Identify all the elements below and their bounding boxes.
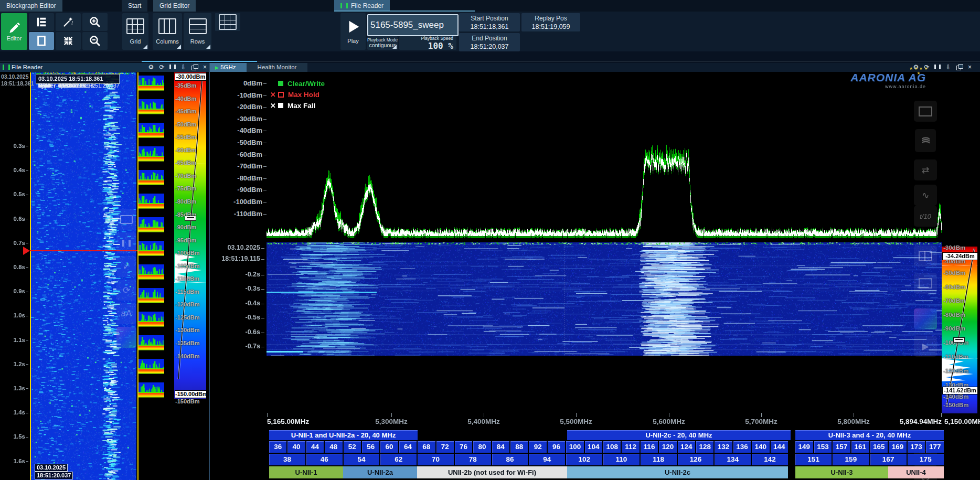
trace-label: Max Hold <box>288 91 319 99</box>
left-scale-slider[interactable] <box>185 216 196 221</box>
channel-cell: 132 <box>715 441 732 453</box>
band-color-row: U-NII-1U-NII-2aUNII-2b (not used for Wi-… <box>0 466 980 478</box>
spectrum-plot[interactable] <box>267 73 942 240</box>
zoom-out-button[interactable] <box>82 32 108 50</box>
scale-min-box[interactable]: -150.00dBm <box>175 390 207 398</box>
wizard-button[interactable] <box>56 13 81 31</box>
sync-icon[interactable]: ⟳ <box>157 63 167 72</box>
dbm-tick-label: -120dBm <box>943 368 969 374</box>
colormap-icon[interactable] <box>914 308 937 329</box>
freq-axis-label: 5,600MHz <box>653 418 685 425</box>
colormap-icon[interactable] <box>116 327 136 348</box>
dbm-tick-label: -105dBm <box>175 263 205 269</box>
channel-cell: 76 <box>455 441 472 453</box>
tooltip-timestamp: 03.10.2025 18:51:18.361 <box>38 76 117 82</box>
channel-cell: 52 <box>344 441 361 453</box>
band-group-header: U-NII-3 and 4 - 20, 40 MHz <box>795 430 944 440</box>
end-position-value: 18:51:20,037 <box>459 42 520 50</box>
channel-cell: 80 <box>473 441 491 453</box>
time-tick-label: -0.2s <box>210 271 264 278</box>
pause-icon[interactable] <box>116 232 136 253</box>
wifi-icon[interactable]: ))) <box>915 129 936 152</box>
legend-max-hold[interactable]: ✕ Max Hold <box>270 89 319 100</box>
swap-arrows-icon[interactable]: ⇄ <box>914 159 937 180</box>
channel-cell: 36 <box>269 441 286 453</box>
frame-icon[interactable] <box>914 273 937 294</box>
freq-tick <box>854 413 854 417</box>
filename-input[interactable] <box>367 14 459 36</box>
channel-cell: 72 <box>436 441 454 453</box>
playhead-triangle[interactable] <box>23 247 30 255</box>
time-tick-label: 0.4s <box>0 167 29 173</box>
freq-axis-label: 5,800MHz <box>837 418 870 425</box>
channel-cell: 88 <box>510 441 528 453</box>
right-scale-slider[interactable] <box>953 337 965 343</box>
time-tick-label: 1.5s <box>0 433 29 440</box>
time-tick-label: -0.6s <box>210 328 264 336</box>
scale-min-box[interactable]: -141.62dBm <box>942 387 978 394</box>
dbm-tick-label: -30dBm <box>943 244 965 251</box>
zoom-in-button[interactable] <box>82 13 108 31</box>
trace-remove-icon[interactable]: ✕ <box>270 91 278 99</box>
time-tick-label: -0.7s <box>210 343 264 350</box>
dbm-tick-label: -55dBm <box>175 134 205 140</box>
playback-mode-value: contiguous <box>369 42 396 48</box>
channel-cell: 78 <box>455 454 491 465</box>
legend-max-fall[interactable]: ✕ Max Fall <box>270 100 315 111</box>
channel-cell: 124 <box>678 441 695 453</box>
text-size-icon[interactable]: aA <box>116 303 136 324</box>
panels-icon[interactable] <box>914 246 937 266</box>
collapse-button[interactable] <box>56 32 81 50</box>
time-tick-label: 1.3s <box>0 385 29 391</box>
zoom-in-icon <box>89 16 101 28</box>
single-view-button[interactable] <box>29 32 54 50</box>
gear-icon[interactable]: ⚙ <box>146 63 156 72</box>
channel-cell: 144 <box>771 441 788 453</box>
channel-cell: 92 <box>529 441 546 453</box>
start-position-box: Start Position 18:51:18,361 <box>459 13 520 31</box>
open-file-icon[interactable] <box>116 209 136 230</box>
t10-icon[interactable]: t/10 <box>914 206 937 227</box>
end-position-box: End Position 18:51:20,037 <box>459 33 520 51</box>
trace-label: Clear/Write <box>287 80 325 88</box>
trace-color-swatch <box>278 92 284 98</box>
list-view-button[interactable] <box>29 13 54 31</box>
checklist-icon[interactable]: ✓ <box>116 256 136 277</box>
dbm-tick-label: -120dBm <box>175 301 205 307</box>
legend-clear-write[interactable]: Clear/Write <box>270 78 325 89</box>
channel-cell: 161 <box>851 441 869 453</box>
time-tick-label: 1.0s <box>0 312 29 318</box>
rotate-icon[interactable]: ⟳ <box>116 280 136 301</box>
replay-pos-label: Replay Pos <box>521 13 580 22</box>
channel-cell: 60 <box>380 441 398 453</box>
channel-cell: 169 <box>889 441 907 453</box>
channel-cell: 136 <box>733 441 751 453</box>
channel-cell: 142 <box>752 454 788 465</box>
waterfall-spectrogram-main[interactable] <box>267 242 942 356</box>
screen-icon[interactable] <box>914 101 937 122</box>
channel-cell: 126 <box>678 454 714 465</box>
dbm-tick-label: -90dBm <box>943 325 965 332</box>
scale-max-box[interactable]: -30.00dBm <box>175 73 207 81</box>
playback-mode-dropdown[interactable]: Playback Mode contiguous <box>367 36 398 50</box>
dbm-tick-label: -50dBm <box>943 270 965 276</box>
waveform-icon[interactable]: ∿ <box>914 185 937 206</box>
time-tick-label: -0.5s <box>210 314 264 321</box>
playback-speed-control[interactable]: Playback Speed 100 % <box>399 36 456 50</box>
channel-cell: 110 <box>603 454 640 465</box>
dbm-tick-label: -70dBm <box>943 297 965 304</box>
trace-remove-icon[interactable]: ✕ <box>270 102 278 110</box>
scale-max-box[interactable]: -34.24dBm <box>942 252 978 260</box>
columns-icon <box>158 18 176 34</box>
channel-cell: 68 <box>418 441 435 453</box>
freq-axis-label: 5,300MHz <box>375 418 408 425</box>
play-button[interactable]: Play <box>340 13 366 50</box>
time-tick-label: 0.5s <box>0 191 29 197</box>
square-icon <box>36 35 47 47</box>
dbm-tick-label: -100dBm <box>175 250 205 256</box>
play-icon[interactable]: ▶ <box>914 336 937 357</box>
play-icon <box>345 19 361 35</box>
channel-cell: 175 <box>908 454 944 465</box>
band-group-header: U-NII-2c - 20, 40 MHz <box>567 430 791 440</box>
window-tab-bar: Blockgraph Editor Start Grid Editor File… <box>0 0 980 12</box>
